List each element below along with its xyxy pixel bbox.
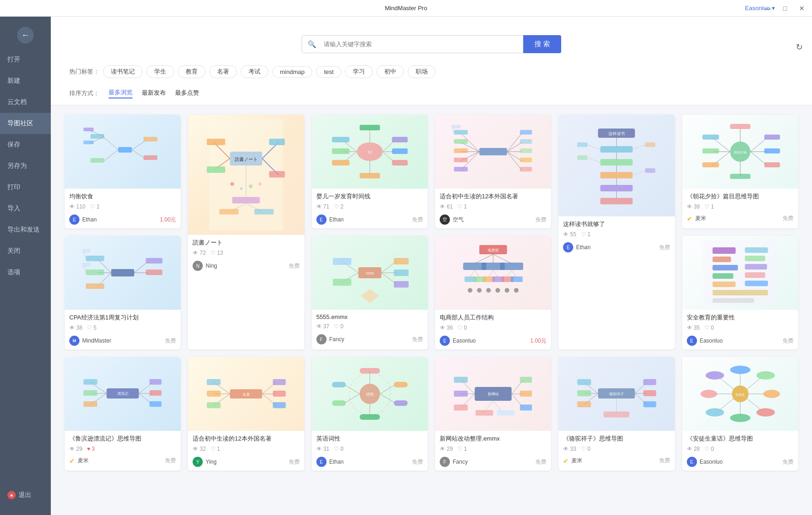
search-area: 🔍 搜 索 — [69, 26, 794, 61]
svg-rect-58 — [454, 148, 468, 153]
card-c5[interactable]: 这样读书 — [558, 115, 674, 349]
card-author-c1: E Ethan — [69, 215, 97, 225]
svg-rect-226 — [454, 377, 468, 383]
card-footer-c12: E Easonluo 免费 — [687, 334, 794, 346]
svg-text:読書ノート: 読書ノート — [235, 157, 258, 162]
minimize-button[interactable]: — — [762, 4, 774, 13]
card-title-c3: 婴儿一岁发育时间线 — [316, 192, 423, 201]
search-box: 🔍 — [302, 35, 523, 53]
svg-rect-52 — [479, 148, 507, 155]
card-footer-c9: F Fancy 免费 — [316, 332, 423, 344]
svg-rect-86 — [600, 198, 633, 204]
card-c4[interactable]: 适合初中生读的12本外国名著 👁 61 ♡ 1 空 空气 免费 — [435, 115, 551, 228]
tag-5[interactable]: mindmap — [272, 66, 312, 78]
sidebar: ← 打开 新建 云文档 导图社区 保存 另存为 打印 导入 导出和发送 关闭 — [0, 17, 51, 515]
card-c15[interactable]: 新网站 — [435, 357, 551, 471]
svg-rect-94 — [645, 168, 655, 173]
card-c7[interactable]: CPA经济法第1周复习计划 👁 38 ♡ 5 M MindMaster 免费 — [65, 236, 181, 349]
refresh-button[interactable]: ↻ — [796, 42, 803, 52]
tag-2[interactable]: 教育 — [178, 65, 206, 78]
card-thumb-c2: 読書ノート — [188, 115, 304, 235]
svg-rect-213 — [332, 400, 345, 406]
svg-point-166 — [514, 288, 519, 293]
sidebar-item-save[interactable]: 保存 — [0, 134, 51, 155]
avatar-c9: F — [316, 334, 327, 344]
svg-rect-64 — [520, 130, 532, 135]
card-c2[interactable]: 読書ノート — [188, 115, 304, 349]
sidebar-item-import[interactable]: 导入 — [0, 198, 51, 219]
sidebar-item-options[interactable]: 选项 — [0, 262, 51, 283]
svg-line-157 — [507, 270, 512, 277]
tag-1[interactable]: 学生 — [146, 65, 174, 78]
svg-line-3 — [104, 150, 118, 161]
card-author-c10: E Easonluo — [440, 336, 476, 346]
sidebar-item-exit[interactable]: ● 退出 — [0, 484, 51, 506]
close-button[interactable]: ✕ — [796, 4, 807, 13]
top-section: 🔍 搜 索 热门标签： 读书笔记 学生 教育 名著 考试 mindmap tes… — [51, 17, 812, 105]
card-c12[interactable]: 安全教育的重要性 👁 35 ♡ 0 E Easonluo 免费 — [682, 236, 798, 349]
card-c9[interactable]: 5555 — [312, 236, 428, 349]
sidebar-item-close[interactable]: 关闭 — [0, 240, 51, 262]
maximize-button[interactable]: □ — [781, 4, 790, 13]
svg-rect-137 — [394, 270, 408, 276]
sidebar-item-export[interactable]: 导出和发送 — [0, 219, 51, 240]
content-area: ↻ 🔍 搜 索 热门标签： 读书笔记 学生 教育 名著 考试 mindmap t… — [51, 17, 812, 515]
back-icon: ← — [17, 27, 34, 43]
svg-rect-31 — [219, 209, 239, 215]
svg-rect-12 — [84, 141, 94, 144]
svg-rect-123 — [146, 270, 163, 275]
search-input[interactable] — [322, 36, 470, 53]
svg-line-71 — [507, 152, 522, 170]
card-c11[interactable]: 骆驼祥子 — [558, 357, 674, 471]
card-body-c6: 《朝花夕拾》篇目思维导图 👁 39 ♡ 1 ✔ 麦米 免费 — [682, 189, 798, 226]
card-c6[interactable]: 朝花夕拾 — [682, 115, 798, 228]
svg-rect-104 — [764, 135, 780, 140]
svg-rect-199 — [207, 391, 221, 397]
svg-text:骆驼祥子: 骆驼祥子 — [609, 392, 624, 396]
card-thumb-c4 — [435, 115, 551, 189]
card-body-c9: 5555.emmx 👁 37 ♡ 0 F Fancy 免费 — [312, 310, 428, 348]
card-c1[interactable]: 均衡饮食 👁 110 ♡ 1 E Ethan 1.00元 — [65, 115, 181, 228]
card-body-c3: 婴儿一岁发育时间线 👁 71 ♡ 2 E Ethan 免费 — [312, 189, 428, 228]
card-c16[interactable]: 安徒生 — [682, 357, 798, 471]
svg-rect-232 — [520, 377, 532, 383]
sidebar-item-community[interactable]: 导图社区 — [0, 113, 51, 134]
tag-9[interactable]: 职场 — [408, 65, 436, 78]
tag-8[interactable]: 初中 — [376, 65, 404, 78]
svg-line-269 — [746, 399, 761, 410]
card-c14[interactable]: 词性 — [312, 357, 428, 471]
sidebar-item-print[interactable]: 打印 — [0, 177, 51, 198]
svg-rect-21 — [269, 139, 285, 145]
sidebar-item-cloud[interactable]: 云文档 — [0, 92, 51, 113]
card-title-c6: 《朝花夕拾》篇目思维导图 — [687, 192, 794, 201]
card-author-c7: M MindMaster — [69, 336, 111, 346]
sidebar-item-new[interactable]: 新建 — [0, 70, 51, 92]
sort-views[interactable]: 最多浏览 — [109, 88, 133, 98]
svg-point-165 — [505, 288, 509, 293]
card-c8[interactable]: 名著 — [188, 357, 304, 471]
sort-likes[interactable]: 最多点赞 — [175, 89, 199, 98]
search-button[interactable]: 搜 索 — [523, 35, 561, 53]
tag-6[interactable]: test — [316, 66, 341, 78]
svg-point-163 — [486, 288, 491, 293]
card-body-c7: CPA经济法第1周复习计划 👁 38 ♡ 5 M MindMaster 免费 — [65, 310, 181, 349]
tag-7[interactable]: 学习 — [345, 65, 373, 78]
tag-0[interactable]: 读书笔记 — [103, 65, 143, 78]
sidebar-item-open[interactable]: 打开 — [0, 49, 51, 70]
svg-rect-179 — [712, 298, 754, 303]
tag-3[interactable]: 名著 — [209, 65, 237, 78]
back-button[interactable]: ← — [0, 21, 51, 49]
card-c3[interactable]: 12 — [312, 115, 428, 228]
price-c14: 免费 — [412, 458, 423, 466]
tag-4[interactable]: 考试 — [241, 65, 268, 78]
card-c10[interactable]: 电商部 — [435, 236, 551, 349]
badge-check-c13: ✔ — [69, 457, 75, 465]
svg-rect-72 — [520, 167, 532, 172]
svg-rect-173 — [745, 247, 768, 253]
sidebar-item-save-as[interactable]: 另存为 — [0, 155, 51, 177]
svg-rect-148 — [500, 263, 523, 270]
card-c13[interactable]: 漂流记 — [65, 357, 181, 471]
svg-rect-207 — [273, 402, 286, 408]
sort-latest[interactable]: 最新发布 — [142, 89, 166, 98]
card-body-c12: 安全教育的重要性 👁 35 ♡ 0 E Easonluo 免费 — [682, 310, 798, 349]
